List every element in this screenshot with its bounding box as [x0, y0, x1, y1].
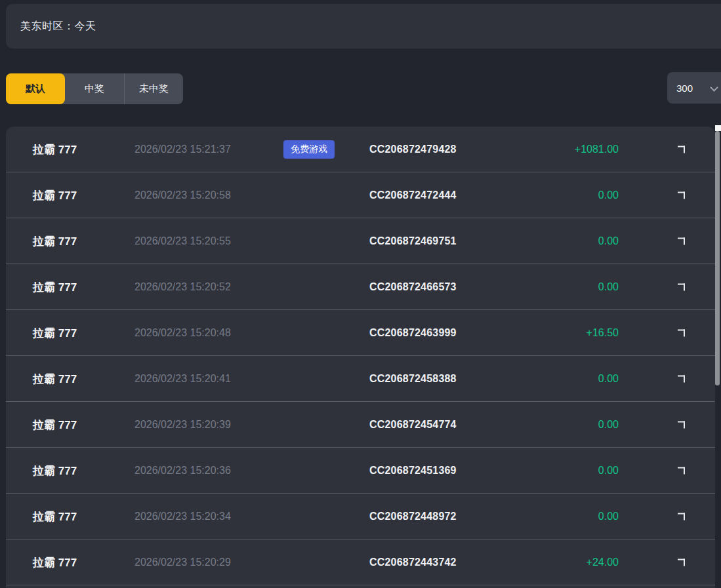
bet-id: CC206872458388	[369, 373, 457, 385]
game-name: 拉霸 777	[33, 371, 77, 386]
bet-row[interactable]: 拉霸 777 2026/02/23 15:21:37 免费游戏 CC206872…	[6, 127, 715, 172]
bet-amount: +16.50	[587, 327, 619, 339]
game-name: 拉霸 777	[33, 233, 77, 248]
filter-tabs: 默认 中奖 未中奖	[6, 73, 183, 104]
bet-row[interactable]: 拉霸 777 2026/02/23 15:20:39 CC20687245477…	[6, 402, 715, 448]
scrollbar-track-top	[715, 125, 721, 131]
bet-timestamp: 2026/02/23 15:20:41	[134, 373, 231, 385]
bet-row[interactable]: 拉霸 777 2026/02/23 15:20:48 CC20687246399…	[6, 310, 715, 356]
chevron-right-icon	[678, 375, 685, 382]
game-name: 拉霸 777	[33, 142, 77, 157]
bet-timestamp: 2026/02/23 15:20:55	[134, 235, 231, 247]
bet-timestamp: 2026/02/23 15:20:39	[134, 419, 231, 431]
bet-amount: 0.00	[598, 419, 619, 431]
game-name: 拉霸 777	[33, 463, 77, 478]
chevron-down-icon	[710, 83, 718, 92]
bet-history-list: 拉霸 777 2026/02/23 15:21:37 免费游戏 CC206872…	[6, 127, 715, 588]
game-name: 拉霸 777	[33, 279, 77, 294]
timezone-bar: 美东时区：今天	[6, 4, 721, 49]
bet-row[interactable]: 拉霸 777 2026/02/23 15:20:58 CC20687247244…	[6, 172, 715, 218]
bet-id: CC206872472444	[369, 189, 457, 201]
chevron-right-icon	[678, 559, 685, 566]
bet-amount: 0.00	[598, 373, 619, 385]
bet-timestamp: 2026/02/23 15:20:36	[134, 465, 231, 477]
bet-row[interactable]: 拉霸 777 2026/02/23 15:20:41 CC20687245838…	[6, 356, 715, 402]
scrollbar-thumb[interactable]	[715, 131, 720, 385]
chevron-right-icon	[678, 421, 685, 428]
game-name: 拉霸 777	[33, 509, 77, 524]
bet-timestamp: 2026/02/23 15:20:52	[134, 281, 231, 293]
page-size-select[interactable]: 300	[667, 72, 721, 104]
bet-row[interactable]: 拉霸 777 2026/02/23 15:20:34 CC20687244897…	[6, 494, 715, 539]
chevron-right-icon	[678, 191, 685, 199]
bet-amount: 0.00	[598, 465, 619, 477]
bet-id: CC206872448972	[369, 511, 457, 522]
free-game-badge: 免费游戏	[283, 140, 335, 159]
bet-amount: 0.00	[598, 511, 619, 522]
chevron-right-icon	[678, 237, 685, 245]
game-name: 拉霸 777	[33, 187, 77, 203]
bet-timestamp: 2026/02/23 15:21:37	[134, 144, 231, 155]
bet-amount: 0.00	[598, 235, 619, 247]
bet-timestamp: 2026/02/23 15:20:29	[134, 557, 231, 568]
game-name: 拉霸 777	[33, 417, 77, 432]
bet-id: CC206872454774	[369, 419, 457, 431]
game-name: 拉霸 777	[33, 325, 77, 340]
bet-amount: 0.00	[598, 281, 619, 293]
bet-amount: 0.00	[598, 189, 619, 201]
bet-id: CC206872451369	[369, 465, 457, 477]
page-size-value: 300	[676, 83, 693, 94]
bet-row[interactable]: 拉霸 777 2026/02/23 15:20:36 CC20687245136…	[6, 448, 715, 494]
bet-id: CC206872466573	[369, 281, 457, 293]
bet-row[interactable]: 拉霸 777 2026/02/23 15:20:55 CC20687246975…	[6, 218, 715, 264]
filter-tab-1[interactable]: 中奖	[65, 73, 124, 104]
chevron-right-icon	[678, 146, 685, 153]
bet-timestamp: 2026/02/23 15:20:48	[134, 327, 231, 339]
bet-amount: +24.00	[587, 557, 619, 568]
bet-row[interactable]: 拉霸 777 2026/02/23 15:20:29 CC20687244374…	[6, 539, 715, 585]
chevron-right-icon	[678, 513, 685, 520]
bet-timestamp: 2026/02/23 15:20:58	[134, 189, 231, 201]
bet-timestamp: 2026/02/23 15:20:34	[134, 511, 231, 522]
bet-id: CC206872479428	[369, 144, 457, 155]
timezone-label: 美东时区：今天	[20, 20, 96, 33]
bet-id: CC206872463999	[369, 327, 457, 339]
bet-id: CC206872443742	[369, 557, 457, 568]
filter-tab-0[interactable]: 默认	[6, 73, 65, 104]
chevron-right-icon	[678, 283, 685, 290]
filter-tab-2[interactable]: 未中奖	[124, 73, 183, 104]
bet-id: CC206872469751	[369, 235, 457, 247]
bet-row[interactable]: 拉霸 777 2026/02/23 15:20:52 CC20687246657…	[6, 264, 715, 310]
bet-amount: +1081.00	[575, 144, 619, 155]
game-name: 拉霸 777	[33, 555, 77, 570]
chevron-right-icon	[678, 467, 685, 474]
chevron-right-icon	[678, 329, 685, 336]
